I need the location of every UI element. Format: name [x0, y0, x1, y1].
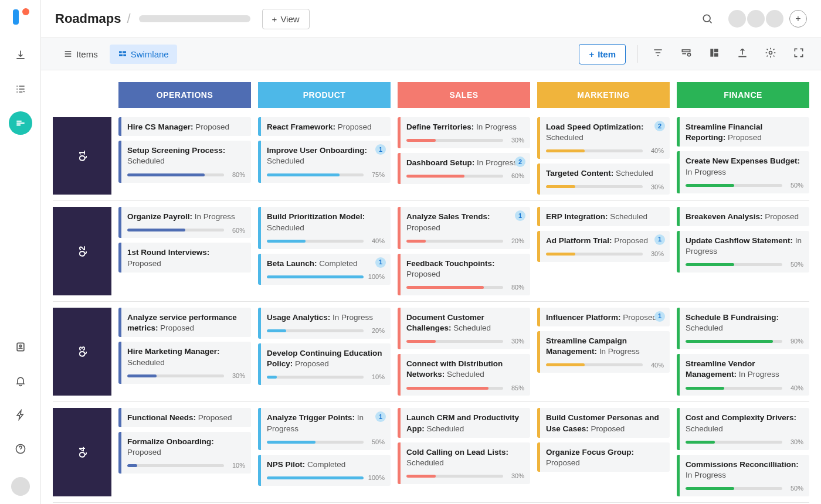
swimlane-card[interactable]: Organize PayrollIn Progress60% — [118, 207, 251, 238]
card-status: Proposed — [623, 313, 657, 322]
tab-items[interactable]: Items — [55, 45, 106, 64]
swimlane-card[interactable]: Launch CRM and Productivity AppScheduled — [398, 408, 530, 437]
card-title: Beta Launch — [267, 259, 319, 268]
swimlane-card[interactable]: React FrameworkProposed — [258, 117, 391, 136]
card-progress: 90% — [686, 337, 803, 346]
gear-icon[interactable] — [762, 45, 779, 64]
swimlane-card[interactable]: Improve User OnboardingScheduled175% — [258, 141, 391, 182]
swimlane-card[interactable]: Cost and Complexity DriversScheduled30% — [677, 408, 809, 449]
list-icon[interactable] — [9, 77, 32, 101]
link-icon[interactable] — [678, 45, 694, 64]
svg-point-13 — [769, 51, 772, 54]
roadmap-name-placeholder — [139, 15, 250, 22]
invite-button[interactable]: + — [789, 10, 807, 28]
swimlane-card[interactable]: ERP IntegrationScheduled — [537, 207, 670, 226]
swimlane-card[interactable]: 1st Round InterviewsProposed — [118, 243, 251, 272]
lane-header-finance[interactable]: FINANCE — [677, 82, 809, 108]
card-title: Usage Analytics — [267, 313, 333, 322]
swimlane-card[interactable]: Hire Marketing ManagerScheduled30% — [118, 342, 251, 383]
card-badge: 2 — [515, 156, 525, 167]
swimlane-card[interactable]: Streamline Vendor ManagementIn Progress4… — [677, 354, 809, 396]
presence-avatar[interactable] — [747, 10, 765, 28]
swimlane-card[interactable]: Load Speed OptimizationScheduled240% — [537, 117, 670, 159]
add-item-label: Item — [598, 49, 616, 59]
swimlane-card[interactable]: Setup Screening ProcessScheduled80% — [118, 141, 251, 182]
swimlane-card[interactable]: Cold Calling on Lead ListsScheduled30% — [398, 442, 530, 484]
swimlane-card[interactable]: Breakeven AnalysisProposed — [677, 207, 809, 226]
swimlane-cell: Analyze service performance metricsPropo… — [118, 308, 251, 396]
swimlane-card[interactable]: Influencer PlatformProposed1 — [537, 308, 670, 326]
card-title: Hire Marketing Manager — [127, 347, 220, 356]
swimlane-cell: Document Customer ChallengesScheduled30%… — [398, 308, 530, 396]
swimlane-card[interactable]: Build Prioritization ModelScheduled40% — [258, 207, 391, 248]
layout-icon[interactable] — [706, 45, 722, 64]
swimlane-card[interactable]: Targeted ContentScheduled30% — [537, 164, 670, 195]
swimlane-card[interactable]: Create New Expenses BudgetIn Progress50% — [677, 151, 809, 193]
add-item-button[interactable]: + Item — [579, 44, 626, 64]
card-progress-pct: 50% — [787, 484, 803, 493]
download-icon[interactable] — [9, 43, 32, 67]
swimlane-card[interactable]: Update Cashflow StatementIn Progress50% — [677, 231, 809, 273]
add-view-button[interactable]: + View — [262, 9, 310, 29]
help-icon[interactable] — [9, 437, 32, 461]
export-icon[interactable] — [734, 45, 751, 64]
search-icon[interactable] — [696, 7, 719, 30]
lane-header-sales[interactable]: SALES — [398, 82, 530, 108]
swimlane-card[interactable]: Organize Focus GroupProposed — [537, 442, 670, 472]
svg-rect-5 — [123, 51, 126, 53]
swimlane-card[interactable]: Commissions ReconcilliationIn Progress50… — [677, 455, 809, 496]
swimlane-card[interactable]: Beta LaunchCompleted1100% — [258, 254, 391, 285]
bolt-icon[interactable] — [9, 403, 32, 427]
swimlane-card[interactable]: Ad Platform TrialProposed130% — [537, 231, 670, 262]
swimlane-card[interactable]: Build Customer Personas and Use CasesPro… — [537, 408, 670, 437]
presence-avatar[interactable] — [728, 10, 746, 28]
svg-rect-4 — [119, 51, 122, 53]
swimlane-card[interactable]: Connect with Distribution NetworksSchedu… — [398, 354, 530, 396]
card-status: Scheduled — [686, 424, 723, 433]
card-progress: 30% — [406, 472, 524, 481]
quarter-label: Q1 — [53, 117, 111, 195]
card-title: 1st Round Interviews — [127, 248, 209, 257]
filter-icon[interactable] — [650, 45, 666, 64]
swimlane-card[interactable]: Hire CS ManagerProposed — [118, 117, 251, 136]
card-progress: 100% — [267, 474, 385, 482]
swimlane-card[interactable]: Schedule B FundraisingScheduled90% — [677, 308, 809, 349]
swimlane-card[interactable]: Analyze Sales TrendsProposed120% — [398, 207, 530, 248]
swimlane-card[interactable]: Analyze service performance metricsPropo… — [118, 308, 251, 337]
user-avatar[interactable] — [11, 477, 30, 496]
contacts-icon[interactable] — [9, 335, 32, 359]
swimlane-card[interactable]: Document Customer ChallengesScheduled30% — [398, 308, 530, 349]
svg-rect-6 — [119, 55, 123, 56]
presence-avatar[interactable] — [766, 10, 783, 28]
swimlane-card[interactable]: Usage AnalyticsIn Progress20% — [258, 308, 391, 339]
fullscreen-icon[interactable] — [791, 45, 807, 64]
card-title: Functional Needs — [127, 413, 198, 422]
swimlane-card[interactable]: NPS PilotCompleted100% — [258, 455, 391, 486]
swimlane-card[interactable]: Formalize OnboardingProposed10% — [118, 432, 251, 474]
card-progress: 60% — [406, 172, 524, 181]
swimlane-card[interactable]: Analyze Trigger PointsIn Progress150% — [258, 408, 391, 449]
lane-header-operations[interactable]: OPERATIONS — [118, 82, 251, 108]
swimlane-card[interactable]: Develop Continuing Education PolicyPropo… — [258, 343, 391, 385]
swimlane-nav-icon[interactable] — [9, 111, 32, 135]
swimlane-cell: Schedule B FundraisingScheduled90%Stream… — [677, 308, 809, 396]
swimlane-card[interactable]: Streamline Campaign ManagementIn Progres… — [537, 331, 670, 373]
swimlane-card[interactable]: Functional NeedsProposed — [118, 408, 251, 427]
card-status: In Progress — [739, 370, 779, 379]
lane-header-marketing[interactable]: MARKETING — [537, 82, 670, 108]
swimlane-card[interactable]: Define TerritoriesIn Progress30% — [398, 117, 530, 148]
swimlane-card[interactable]: Streamline Financial ReportingProposed — [677, 117, 809, 147]
card-badge: 1 — [654, 311, 665, 322]
bell-icon[interactable] — [9, 369, 32, 393]
swimlane-card[interactable]: Dashboard SetupIn Progress260% — [398, 153, 530, 184]
swimlane-cell: Analyze Trigger PointsIn Progress150%NPS… — [258, 408, 391, 496]
tab-swimlane[interactable]: Swimlane — [110, 45, 177, 64]
card-status: In Progress — [477, 158, 517, 167]
card-progress: 20% — [406, 237, 524, 246]
card-progress-pct: 30% — [647, 250, 664, 258]
card-status: Scheduled — [610, 212, 647, 221]
lane-header-product[interactable]: PRODUCT — [258, 82, 391, 108]
card-progress: 20% — [267, 326, 385, 335]
card-progress-pct: 60% — [508, 172, 524, 181]
swimlane-card[interactable]: Feedback TouchpointsProposed80% — [398, 254, 530, 295]
